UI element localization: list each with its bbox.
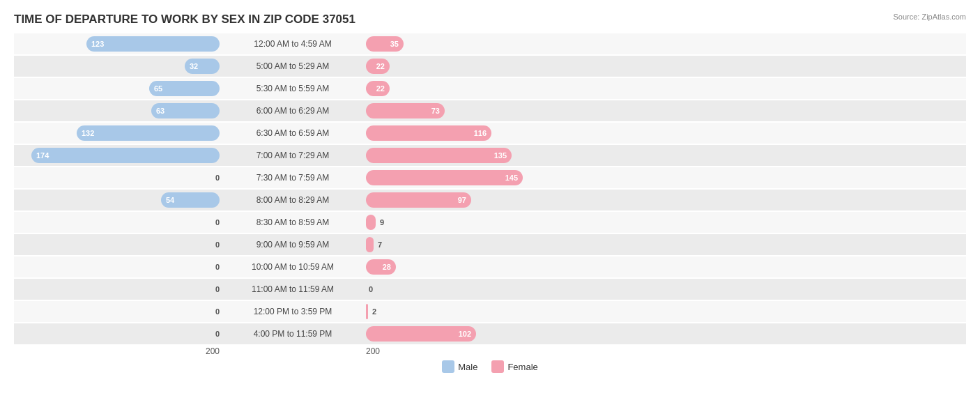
- time-label: 12:00 PM to 3:59 PM: [223, 301, 362, 322]
- table-row: 636:00 AM to 6:29 AM73: [14, 100, 966, 121]
- female-value-inside: 73: [427, 107, 445, 115]
- female-legend-label: Female: [507, 362, 537, 372]
- female-value-inside: 135: [489, 151, 512, 160]
- female-value-outside: 2: [372, 307, 376, 316]
- female-value-inside: 35: [385, 40, 404, 48]
- female-value-inside: 116: [469, 129, 491, 137]
- female-bar: 97: [366, 192, 471, 208]
- male-bar: 54: [161, 192, 220, 208]
- female-value-zero: 0: [369, 285, 373, 293]
- legend-female: Female: [491, 360, 537, 373]
- male-value-inside: 63: [151, 107, 169, 115]
- time-label: 6:30 AM to 6:59 AM: [223, 123, 362, 144]
- female-legend-box: [491, 360, 504, 373]
- legend: Male Female: [14, 360, 966, 373]
- time-label: 4:00 PM to 11:59 PM: [223, 323, 362, 344]
- male-legend-box: [442, 360, 454, 373]
- female-bar: 35: [366, 36, 404, 52]
- table-row: 010:00 AM to 10:59 AM28: [14, 256, 966, 277]
- time-label: 7:00 AM to 7:29 AM: [223, 145, 362, 166]
- female-bar: 73: [366, 103, 445, 118]
- table-row: 011:00 AM to 11:59 AM0: [14, 279, 966, 300]
- chart-title: TIME OF DEPARTURE TO WORK BY SEX IN ZIP …: [14, 13, 966, 26]
- table-row: 08:30 AM to 8:59 AM9: [14, 212, 966, 233]
- time-label: 5:00 AM to 5:29 AM: [223, 56, 362, 77]
- female-bar: 116: [366, 125, 491, 141]
- table-row: 04:00 PM to 11:59 PM102: [14, 323, 966, 344]
- male-value-inside: 54: [161, 196, 179, 204]
- female-value-inside: 145: [500, 174, 523, 182]
- table-row: 325:00 AM to 5:29 AM22: [14, 56, 966, 77]
- female-value-inside: 22: [372, 62, 390, 70]
- female-bar: 9: [366, 215, 376, 230]
- female-bar: 102: [366, 326, 476, 342]
- time-label: 8:30 AM to 8:59 AM: [223, 212, 362, 233]
- male-value-inside: 123: [86, 40, 109, 48]
- male-bar: 174: [31, 148, 220, 163]
- female-value-outside: 9: [380, 218, 384, 227]
- female-bar: 7: [366, 237, 374, 252]
- table-row: 655:30 AM to 5:59 AM22: [14, 78, 966, 99]
- chart-container: TIME OF DEPARTURE TO WORK BY SEX IN ZIP …: [0, 0, 980, 414]
- table-row: 1326:30 AM to 6:59 AM116: [14, 123, 966, 144]
- male-value-inside: 65: [149, 84, 167, 93]
- male-value-zero: 0: [215, 285, 220, 293]
- time-label: 5:30 AM to 5:59 AM: [223, 78, 362, 99]
- time-label: 10:00 AM to 10:59 AM: [223, 256, 362, 277]
- time-label: 8:00 AM to 8:29 AM: [223, 190, 362, 210]
- male-bar: 63: [151, 103, 220, 118]
- male-value-zero: 0: [215, 330, 220, 338]
- male-value-inside: 174: [31, 151, 54, 160]
- female-value-inside: 97: [453, 196, 471, 204]
- male-bar: 65: [149, 81, 220, 96]
- source-text: Source: ZipAtlas.com: [893, 13, 966, 21]
- male-value-zero: 0: [215, 174, 220, 182]
- male-bar: 32: [185, 59, 220, 74]
- female-value-inside: 102: [454, 330, 476, 338]
- female-value-inside: 28: [378, 263, 396, 271]
- male-value-inside: 32: [185, 62, 203, 70]
- female-value-outside: 7: [378, 240, 382, 249]
- table-row: 012:00 PM to 3:59 PM2: [14, 301, 966, 322]
- axis-row: 200200: [14, 346, 966, 356]
- time-label: 7:30 AM to 7:59 AM: [223, 167, 362, 188]
- time-label: 6:00 AM to 6:29 AM: [223, 100, 362, 121]
- table-row: 09:00 AM to 9:59 AM7: [14, 234, 966, 255]
- female-bar: 135: [366, 148, 512, 163]
- male-value-zero: 0: [215, 218, 220, 227]
- male-value-inside: 132: [77, 129, 99, 137]
- male-bar: 132: [77, 125, 220, 141]
- table-row: 12312:00 AM to 4:59 AM35: [14, 33, 966, 54]
- male-value-zero: 0: [215, 240, 220, 249]
- time-label: 12:00 AM to 4:59 AM: [223, 33, 362, 54]
- legend-male: Male: [442, 360, 477, 373]
- female-bar: 145: [366, 170, 523, 185]
- table-row: 1747:00 AM to 7:29 AM135: [14, 145, 966, 166]
- female-value-inside: 22: [372, 84, 390, 93]
- female-bar: 22: [366, 59, 390, 74]
- male-bar: 123: [86, 36, 220, 52]
- time-label: 9:00 AM to 9:59 AM: [223, 234, 362, 255]
- male-legend-label: Male: [458, 362, 477, 372]
- table-row: 07:30 AM to 7:59 AM145: [14, 167, 966, 188]
- table-row: 548:00 AM to 8:29 AM97: [14, 190, 966, 210]
- female-bar: 2: [366, 304, 368, 319]
- chart-main: 12312:00 AM to 4:59 AM35325:00 AM to 5:2…: [14, 33, 966, 356]
- male-value-zero: 0: [215, 307, 220, 316]
- male-value-zero: 0: [215, 263, 220, 271]
- female-bar: 28: [366, 259, 396, 275]
- female-bar: 22: [366, 81, 390, 96]
- time-label: 11:00 AM to 11:59 AM: [223, 279, 362, 300]
